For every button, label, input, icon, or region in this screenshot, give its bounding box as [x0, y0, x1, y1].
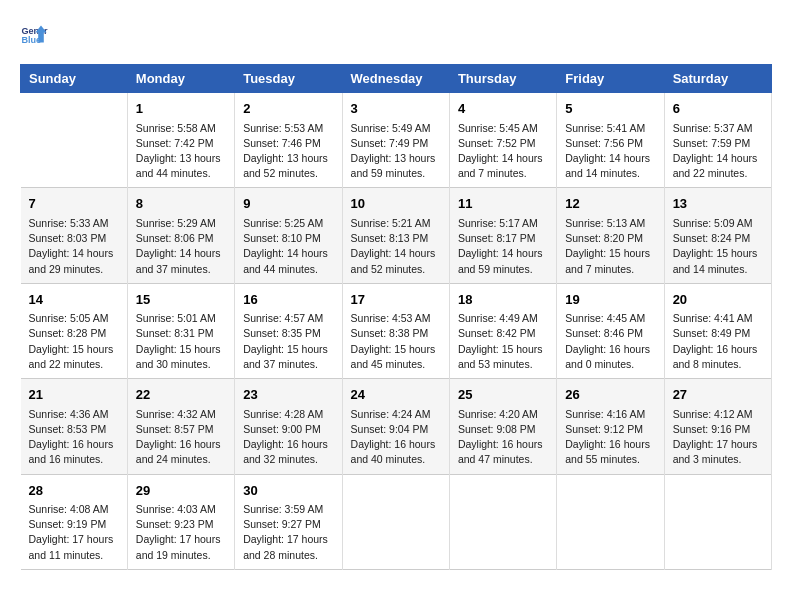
day-info: Sunrise: 5:09 AMSunset: 8:24 PMDaylight:… — [673, 216, 763, 277]
day-info: Sunrise: 5:49 AMSunset: 7:49 PMDaylight:… — [351, 121, 441, 182]
calendar-cell: 15Sunrise: 5:01 AMSunset: 8:31 PMDayligh… — [127, 283, 234, 378]
day-number: 3 — [351, 99, 441, 119]
day-info: Sunrise: 5:29 AMSunset: 8:06 PMDaylight:… — [136, 216, 226, 277]
day-number: 4 — [458, 99, 548, 119]
day-number: 8 — [136, 194, 226, 214]
calendar-cell: 10Sunrise: 5:21 AMSunset: 8:13 PMDayligh… — [342, 188, 449, 283]
logo: General Blue — [20, 20, 52, 48]
day-number: 27 — [673, 385, 763, 405]
day-info: Sunrise: 5:45 AMSunset: 7:52 PMDaylight:… — [458, 121, 548, 182]
calendar-cell: 17Sunrise: 4:53 AMSunset: 8:38 PMDayligh… — [342, 283, 449, 378]
calendar-cell: 13Sunrise: 5:09 AMSunset: 8:24 PMDayligh… — [664, 188, 771, 283]
column-header-friday: Friday — [557, 65, 664, 93]
day-info: Sunrise: 5:33 AMSunset: 8:03 PMDaylight:… — [29, 216, 119, 277]
calendar-table: SundayMondayTuesdayWednesdayThursdayFrid… — [20, 64, 772, 570]
day-info: Sunrise: 4:36 AMSunset: 8:53 PMDaylight:… — [29, 407, 119, 468]
calendar-cell: 18Sunrise: 4:49 AMSunset: 8:42 PMDayligh… — [449, 283, 556, 378]
day-info: Sunrise: 4:12 AMSunset: 9:16 PMDaylight:… — [673, 407, 763, 468]
calendar-cell: 26Sunrise: 4:16 AMSunset: 9:12 PMDayligh… — [557, 379, 664, 474]
day-number: 26 — [565, 385, 655, 405]
calendar-week-row: 28Sunrise: 4:08 AMSunset: 9:19 PMDayligh… — [21, 474, 772, 569]
calendar-cell: 1Sunrise: 5:58 AMSunset: 7:42 PMDaylight… — [127, 93, 234, 188]
day-info: Sunrise: 5:41 AMSunset: 7:56 PMDaylight:… — [565, 121, 655, 182]
column-header-wednesday: Wednesday — [342, 65, 449, 93]
day-info: Sunrise: 4:08 AMSunset: 9:19 PMDaylight:… — [29, 502, 119, 563]
page-header: General Blue — [20, 20, 772, 48]
calendar-cell: 25Sunrise: 4:20 AMSunset: 9:08 PMDayligh… — [449, 379, 556, 474]
day-info: Sunrise: 4:24 AMSunset: 9:04 PMDaylight:… — [351, 407, 441, 468]
day-info: Sunrise: 5:17 AMSunset: 8:17 PMDaylight:… — [458, 216, 548, 277]
column-header-saturday: Saturday — [664, 65, 771, 93]
day-number: 2 — [243, 99, 333, 119]
calendar-cell: 16Sunrise: 4:57 AMSunset: 8:35 PMDayligh… — [235, 283, 342, 378]
day-number: 22 — [136, 385, 226, 405]
day-number: 28 — [29, 481, 119, 501]
calendar-cell: 9Sunrise: 5:25 AMSunset: 8:10 PMDaylight… — [235, 188, 342, 283]
day-number: 7 — [29, 194, 119, 214]
day-info: Sunrise: 5:21 AMSunset: 8:13 PMDaylight:… — [351, 216, 441, 277]
svg-text:Blue: Blue — [21, 35, 41, 45]
calendar-cell: 27Sunrise: 4:12 AMSunset: 9:16 PMDayligh… — [664, 379, 771, 474]
day-number: 19 — [565, 290, 655, 310]
day-info: Sunrise: 4:03 AMSunset: 9:23 PMDaylight:… — [136, 502, 226, 563]
day-info: Sunrise: 5:01 AMSunset: 8:31 PMDaylight:… — [136, 311, 226, 372]
day-number: 11 — [458, 194, 548, 214]
day-number: 9 — [243, 194, 333, 214]
calendar-cell: 3Sunrise: 5:49 AMSunset: 7:49 PMDaylight… — [342, 93, 449, 188]
day-number: 23 — [243, 385, 333, 405]
column-header-tuesday: Tuesday — [235, 65, 342, 93]
calendar-cell: 8Sunrise: 5:29 AMSunset: 8:06 PMDaylight… — [127, 188, 234, 283]
day-info: Sunrise: 4:45 AMSunset: 8:46 PMDaylight:… — [565, 311, 655, 372]
calendar-cell: 5Sunrise: 5:41 AMSunset: 7:56 PMDaylight… — [557, 93, 664, 188]
calendar-header-row: SundayMondayTuesdayWednesdayThursdayFrid… — [21, 65, 772, 93]
calendar-cell: 28Sunrise: 4:08 AMSunset: 9:19 PMDayligh… — [21, 474, 128, 569]
day-number: 18 — [458, 290, 548, 310]
day-number: 25 — [458, 385, 548, 405]
calendar-cell: 11Sunrise: 5:17 AMSunset: 8:17 PMDayligh… — [449, 188, 556, 283]
day-number: 21 — [29, 385, 119, 405]
day-number: 15 — [136, 290, 226, 310]
day-info: Sunrise: 4:28 AMSunset: 9:00 PMDaylight:… — [243, 407, 333, 468]
day-number: 17 — [351, 290, 441, 310]
calendar-cell: 6Sunrise: 5:37 AMSunset: 7:59 PMDaylight… — [664, 93, 771, 188]
day-number: 12 — [565, 194, 655, 214]
calendar-cell — [664, 474, 771, 569]
day-info: Sunrise: 5:37 AMSunset: 7:59 PMDaylight:… — [673, 121, 763, 182]
day-info: Sunrise: 4:16 AMSunset: 9:12 PMDaylight:… — [565, 407, 655, 468]
column-header-thursday: Thursday — [449, 65, 556, 93]
day-info: Sunrise: 5:05 AMSunset: 8:28 PMDaylight:… — [29, 311, 119, 372]
day-info: Sunrise: 4:32 AMSunset: 8:57 PMDaylight:… — [136, 407, 226, 468]
column-header-sunday: Sunday — [21, 65, 128, 93]
day-info: Sunrise: 4:57 AMSunset: 8:35 PMDaylight:… — [243, 311, 333, 372]
day-number: 1 — [136, 99, 226, 119]
calendar-cell — [21, 93, 128, 188]
day-number: 13 — [673, 194, 763, 214]
day-info: Sunrise: 5:58 AMSunset: 7:42 PMDaylight:… — [136, 121, 226, 182]
calendar-cell: 2Sunrise: 5:53 AMSunset: 7:46 PMDaylight… — [235, 93, 342, 188]
calendar-cell: 21Sunrise: 4:36 AMSunset: 8:53 PMDayligh… — [21, 379, 128, 474]
day-number: 24 — [351, 385, 441, 405]
day-info: Sunrise: 3:59 AMSunset: 9:27 PMDaylight:… — [243, 502, 333, 563]
day-info: Sunrise: 4:53 AMSunset: 8:38 PMDaylight:… — [351, 311, 441, 372]
calendar-cell: 7Sunrise: 5:33 AMSunset: 8:03 PMDaylight… — [21, 188, 128, 283]
logo-icon: General Blue — [20, 20, 48, 48]
calendar-cell: 19Sunrise: 4:45 AMSunset: 8:46 PMDayligh… — [557, 283, 664, 378]
calendar-week-row: 21Sunrise: 4:36 AMSunset: 8:53 PMDayligh… — [21, 379, 772, 474]
day-info: Sunrise: 5:25 AMSunset: 8:10 PMDaylight:… — [243, 216, 333, 277]
day-number: 30 — [243, 481, 333, 501]
calendar-cell: 24Sunrise: 4:24 AMSunset: 9:04 PMDayligh… — [342, 379, 449, 474]
calendar-cell — [557, 474, 664, 569]
day-number: 14 — [29, 290, 119, 310]
calendar-cell: 29Sunrise: 4:03 AMSunset: 9:23 PMDayligh… — [127, 474, 234, 569]
calendar-cell — [449, 474, 556, 569]
calendar-week-row: 1Sunrise: 5:58 AMSunset: 7:42 PMDaylight… — [21, 93, 772, 188]
calendar-week-row: 7Sunrise: 5:33 AMSunset: 8:03 PMDaylight… — [21, 188, 772, 283]
day-info: Sunrise: 4:49 AMSunset: 8:42 PMDaylight:… — [458, 311, 548, 372]
day-number: 6 — [673, 99, 763, 119]
calendar-cell — [342, 474, 449, 569]
day-info: Sunrise: 5:13 AMSunset: 8:20 PMDaylight:… — [565, 216, 655, 277]
day-number: 20 — [673, 290, 763, 310]
day-number: 5 — [565, 99, 655, 119]
day-info: Sunrise: 5:53 AMSunset: 7:46 PMDaylight:… — [243, 121, 333, 182]
calendar-cell: 22Sunrise: 4:32 AMSunset: 8:57 PMDayligh… — [127, 379, 234, 474]
